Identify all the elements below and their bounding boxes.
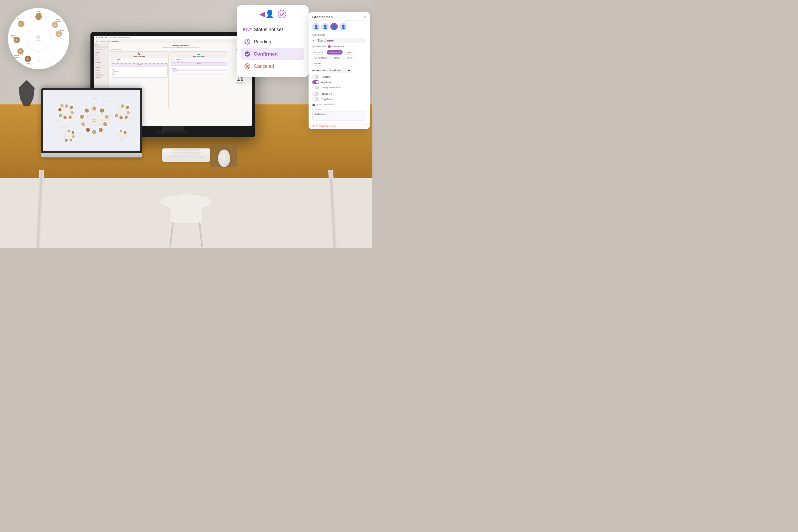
- svg-point-80: [81, 122, 86, 127]
- sidebar-item-table-cards[interactable]: Table Cards: [95, 78, 108, 80]
- groom-info-row: Groom Mr. Tom ⇕: [171, 59, 227, 60]
- role-groomsmen[interactable]: Groomsmen: [327, 50, 343, 55]
- advanced-checkbox[interactable]: [110, 49, 111, 51]
- maximize-button-icon[interactable]: [101, 37, 103, 38]
- maid-info-row: Maid of honor Ms. — ⇕: [111, 61, 168, 63]
- role-relative[interactable]: Relative: [330, 56, 342, 60]
- role-partner[interactable]: Partner: [312, 61, 323, 66]
- svg-point-107: [65, 139, 68, 142]
- add-guest-bride-button[interactable]: + Add guest: [111, 63, 168, 66]
- svg-point-18: [60, 38, 62, 39]
- remove-guest-label: Remove this guest: [316, 125, 336, 128]
- svg-text:M: M: [19, 50, 22, 53]
- flower-girl-label: Flower Girl: [321, 93, 332, 95]
- chair: [154, 194, 218, 248]
- svg-text:Spade: Spade: [55, 19, 60, 20]
- panel-header: Groomsmen ×: [308, 12, 370, 21]
- mouse[interactable]: [218, 150, 230, 167]
- vegetarian-toggle[interactable]: [312, 80, 319, 84]
- laptop-apple-logo-icon: : [87, 114, 88, 118]
- groom-side-option[interactable]: Groom side: [328, 45, 344, 48]
- rsvp-not-set-label: Status not set: [254, 27, 283, 33]
- rsvp-not-set-icon: RSVP: [244, 26, 251, 33]
- rsvp-opt-canceled[interactable]: ✗ Canceled: [172, 71, 227, 73]
- svg-point-90: [58, 114, 62, 117]
- svg-text:Tom: Tom: [86, 109, 88, 110]
- minimize-button-icon[interactable]: [98, 37, 100, 38]
- svg-text:Lane: Lane: [12, 37, 15, 38]
- svg-point-89: [63, 116, 67, 119]
- sidebar-section-main: WEDDING PROJECT: [95, 49, 108, 50]
- svg-text:Lisa: Lisa: [131, 120, 133, 121]
- role-friend[interactable]: Friend: [343, 56, 354, 60]
- show-advanced-toggle[interactable]: Show advanced mode: [110, 49, 122, 51]
- rsvp-canceled-label: Canceled: [254, 63, 274, 69]
- panel-close-button[interactable]: ×: [364, 15, 366, 19]
- seating-circle-popup: 5 P Pearl Hall E Elijah Ramirez S Spade …: [8, 8, 69, 69]
- svg-text:E: E: [27, 57, 29, 60]
- role-best-man[interactable]: Best man: [312, 50, 326, 55]
- rsvp-status-select[interactable]: Status not set Pending Confirmed Cancele…: [327, 68, 352, 73]
- role-dropdown[interactable]: Bridesmaid Parent Close relative Relativ…: [111, 66, 168, 78]
- project-selector[interactable]: Anna & Tom ▾: [95, 46, 108, 48]
- find-vendor-nav[interactable]: Find vendor or venue: [100, 41, 110, 42]
- keyboard[interactable]: [162, 148, 210, 162]
- comment-section: Comment Custom note.: [308, 107, 370, 122]
- remove-guest-row[interactable]: 🗑 Remove this guest: [308, 123, 370, 129]
- svg-point-78: [92, 130, 97, 134]
- my-projects-nav[interactable]: My Projects: [112, 41, 118, 42]
- svg-text:5: 5: [93, 118, 95, 122]
- svg-point-25: [30, 17, 32, 18]
- rsvp-item-pending[interactable]: Pending: [241, 36, 304, 48]
- bride-side-label: Bride side: [316, 45, 326, 48]
- ratio-display: 1/2: [237, 77, 243, 82]
- rsvp-popup-header: ◀👤: [241, 10, 304, 20]
- svg-point-88: [68, 115, 72, 119]
- svg-text:1: 1: [38, 8, 39, 10]
- svg-text:9: 9: [46, 62, 47, 64]
- ring-bearer-toggle-row: Ring Bearer: [308, 97, 370, 102]
- best-man-name: Mr. Scott Jensen: [177, 61, 184, 62]
- rsvp-item-confirmed[interactable]: Confirmed: [241, 48, 304, 60]
- guest-name[interactable]: Scott Jensen: [316, 38, 366, 43]
- religious-toggle[interactable]: [312, 75, 319, 79]
- person-icon: ◀👤: [259, 10, 274, 18]
- rsvp-confirmed-icon: [244, 50, 251, 58]
- role-close-relative[interactable]: Close relative: [312, 56, 329, 60]
- dietary-toggle-row: Dietary restrictions: [308, 85, 370, 90]
- svg-point-86: [70, 105, 73, 109]
- svg-text:5: 5: [36, 35, 41, 43]
- flower-girl-toggle[interactable]: [312, 92, 319, 96]
- role-partner[interactable]: Partner: [112, 75, 167, 77]
- svg-text:Greene: Greene: [14, 57, 20, 58]
- svg-point-105: [72, 135, 75, 138]
- svg-point-79: [86, 128, 90, 132]
- role-parent[interactable]: Parent: [344, 50, 354, 55]
- add-guest-groom-button[interactable]: + Add guest: [171, 62, 227, 65]
- rsvp-item-canceled[interactable]: Canceled: [241, 60, 304, 72]
- ring-bearer-toggle[interactable]: [312, 97, 319, 101]
- bride-side-option[interactable]: Bride side: [312, 45, 326, 48]
- rsvp-item-not-set[interactable]: RSVP Status not set: [241, 24, 304, 35]
- bride-side-radio[interactable]: [312, 45, 315, 48]
- rsvp-mini-dropdown[interactable]: Status not set Pending ✓ Confirmed ✗ Can…: [171, 65, 227, 73]
- main-controls: Show advanced mode Tab side Alphabetic: [110, 49, 251, 51]
- maid-name: Ms. —: [117, 61, 119, 63]
- svg-text:Anna: Anna: [101, 114, 103, 115]
- svg-point-81: [80, 114, 84, 119]
- svg-text:Leroy: Leroy: [11, 35, 15, 36]
- close-button-icon[interactable]: [96, 37, 97, 38]
- dietary-toggle[interactable]: [312, 86, 319, 89]
- page-title: Wedding Attendees: [110, 44, 251, 46]
- groom-column: 🥿 Guest of the Groom Groom Mr. Tom ⇕: [170, 51, 228, 110]
- groom-side-radio[interactable]: [328, 45, 331, 48]
- svg-text:P: P: [20, 23, 22, 25]
- svg-text:3: 3: [68, 135, 70, 137]
- svg-text:2: 2: [30, 63, 31, 65]
- attach-family-row[interactable]: 📸 Attach to a family: [308, 102, 370, 107]
- laptop-screen-part: Dance Area Bride & Groom 5: [41, 88, 142, 153]
- sidebar-section-planning: PLANNING: [95, 57, 108, 58]
- comment-box[interactable]: Custom note.: [312, 111, 366, 121]
- laptop-base: [41, 153, 142, 157]
- url-bar[interactable]: https://planning.wedding/project/guest-l…: [109, 36, 250, 38]
